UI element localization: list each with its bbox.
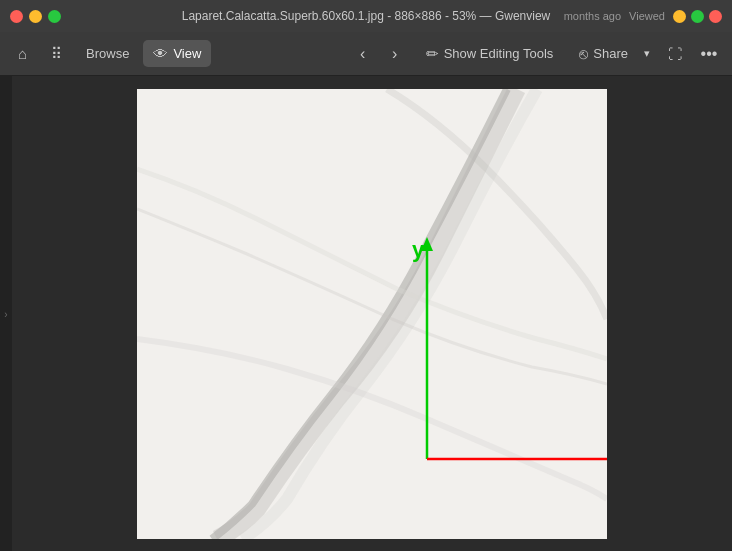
close-button[interactable] [10, 10, 23, 23]
eye-icon: 👁 [153, 45, 168, 62]
titlebar-right: months ago Viewed [564, 10, 722, 23]
share-icon: ⎋ [579, 45, 588, 62]
svg-rect-0 [137, 89, 607, 539]
minimize-button[interactable] [29, 10, 42, 23]
fullscreen-button[interactable]: ⛶ [660, 39, 690, 69]
browse-button[interactable]: Browse [76, 41, 139, 66]
edit-tools-label: Show Editing Tools [444, 46, 554, 61]
browse-label: Browse [86, 46, 129, 61]
chevron-down-icon: ▾ [644, 47, 650, 59]
apps-button[interactable]: ⠿ [41, 40, 72, 68]
image-canvas: y X [137, 89, 607, 539]
maximize-button[interactable] [48, 10, 61, 23]
next-button[interactable]: › [380, 39, 410, 69]
next-icon: › [392, 45, 397, 63]
view-label: View [173, 46, 201, 61]
dot-red[interactable] [709, 10, 722, 23]
titlebar: Laparet.Calacatta.Superb.60x60.1.jpg - 8… [0, 0, 732, 32]
dot-yellow[interactable] [673, 10, 686, 23]
show-editing-tools-button[interactable]: ✏ Show Editing Tools [414, 40, 566, 68]
share-label: Share [593, 46, 628, 61]
timestamp-text: months ago [564, 10, 621, 22]
side-arrow-icon: › [4, 308, 7, 319]
share-button[interactable]: ⎋ Share [569, 40, 638, 67]
share-group: ⎋ Share ▾ [569, 40, 656, 67]
fullscreen-icon: ⛶ [668, 46, 682, 62]
side-panel-hint[interactable]: › [0, 76, 12, 551]
pencil-icon: ✏ [426, 45, 439, 63]
home-button[interactable]: ⌂ [8, 40, 37, 67]
apps-icon: ⠿ [51, 45, 62, 63]
titlebar-dots [673, 10, 722, 23]
more-button[interactable]: ••• [694, 39, 724, 69]
home-icon: ⌂ [18, 45, 27, 62]
svg-text:y: y [412, 237, 425, 262]
more-icon: ••• [701, 45, 718, 63]
image-area: y X [12, 76, 732, 551]
window-controls [10, 10, 61, 23]
view-button[interactable]: 👁 View [143, 40, 211, 67]
share-dropdown-button[interactable]: ▾ [638, 42, 656, 65]
prev-icon: ‹ [360, 45, 365, 63]
toolbar: ⌂ ⠿ Browse 👁 View ‹ › ✏ Show Editing Too… [0, 32, 732, 76]
nav-group: ‹ › [348, 39, 410, 69]
dot-green[interactable] [691, 10, 704, 23]
prev-button[interactable]: ‹ [348, 39, 378, 69]
image-frame: y X [137, 89, 607, 539]
action-text: Viewed [629, 10, 665, 22]
window-title: Laparet.Calacatta.Superb.60x60.1.jpg - 8… [182, 9, 551, 23]
main-content: › [0, 76, 732, 551]
